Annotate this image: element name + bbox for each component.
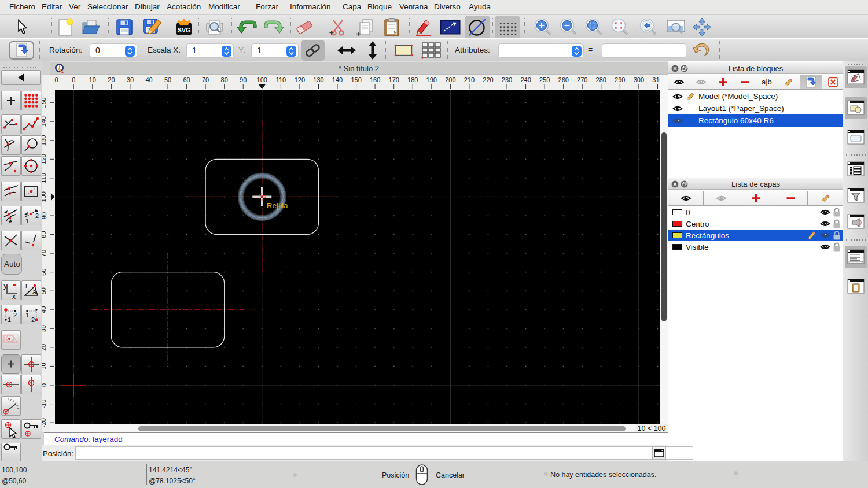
svg-text:80: 80 [42, 231, 47, 238]
svg-text:20: 20 [42, 344, 47, 351]
svg-text:100: 100 [42, 191, 47, 202]
svg-text:r: r [25, 282, 28, 290]
svg-text:230: 230 [502, 76, 512, 83]
svg-text:160: 160 [370, 76, 380, 83]
svg-text:90: 90 [42, 212, 47, 219]
svg-text:-20: -20 [42, 418, 47, 427]
svg-text:210: 210 [464, 76, 475, 83]
svg-text:10: 10 [89, 76, 96, 83]
svg-text:0: 0 [42, 383, 47, 387]
svg-text:50: 50 [164, 76, 171, 83]
svg-text:40: 40 [42, 306, 47, 313]
svg-text:60: 60 [42, 269, 47, 276]
svg-text:170: 170 [389, 76, 399, 83]
svg-text:110: 110 [42, 173, 47, 183]
svg-text:180: 180 [407, 76, 418, 83]
svg-text:220: 220 [483, 76, 493, 83]
svg-text:80: 80 [221, 76, 228, 83]
svg-text:140: 140 [332, 76, 343, 83]
svg-text:SVG: SVG [177, 27, 190, 34]
svg-text:0: 0 [72, 76, 75, 83]
svg-text:120: 120 [42, 154, 47, 164]
svg-text:a: a [32, 288, 36, 296]
svg-text:130: 130 [42, 135, 47, 146]
svg-text:10: 10 [42, 363, 47, 369]
svg-text:150: 150 [351, 76, 361, 83]
svg-text:60: 60 [183, 76, 190, 83]
svg-text:300: 300 [634, 76, 644, 83]
svg-text:150: 150 [42, 98, 47, 108]
svg-text:1: 1 [25, 217, 29, 224]
svg-text:200: 200 [445, 76, 455, 83]
svg-text:250: 250 [539, 76, 550, 83]
svg-text:30: 30 [127, 76, 134, 83]
svg-text:290: 290 [615, 76, 625, 83]
svg-text:40: 40 [145, 76, 152, 83]
svg-text:0: 0 [54, 76, 58, 83]
svg-text:2: 2 [35, 212, 39, 219]
svg-text:190: 190 [426, 76, 437, 83]
svg-text:90: 90 [240, 76, 247, 83]
svg-text:70: 70 [202, 76, 209, 83]
svg-text:140: 140 [42, 116, 47, 127]
svg-text:2: 2 [31, 316, 35, 323]
svg-text:30: 30 [42, 325, 47, 332]
svg-text:280: 280 [596, 76, 606, 83]
svg-text:50: 50 [42, 287, 47, 294]
svg-text:270: 270 [577, 76, 587, 83]
svg-text:20: 20 [108, 76, 115, 83]
svg-text:1: 1 [8, 316, 11, 323]
svg-text:240: 240 [520, 76, 531, 83]
svg-text:70: 70 [42, 250, 47, 257]
svg-text:2: 2 [13, 312, 17, 319]
svg-text:Rejilla: Rejilla [267, 201, 288, 210]
svg-text:x: x [12, 293, 16, 300]
svg-text:120: 120 [295, 76, 305, 83]
svg-text:1: 1 [25, 312, 29, 319]
svg-text:110: 110 [276, 76, 286, 83]
svg-text:310: 310 [652, 76, 660, 83]
svg-text:100: 100 [257, 76, 267, 83]
svg-text:-10: -10 [42, 400, 47, 409]
svg-text:130: 130 [313, 76, 323, 83]
svg-text:260: 260 [558, 76, 569, 83]
